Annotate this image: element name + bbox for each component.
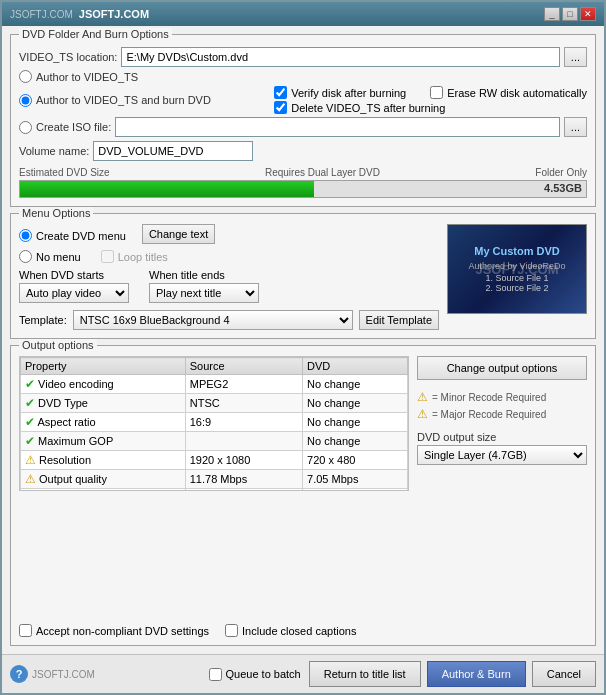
menu-options-content: Create DVD menu Change text No menu Loop… bbox=[19, 224, 587, 330]
legend-minor: ⚠ = Minor Recode Required bbox=[417, 390, 587, 404]
preview-items: 1. Source File 1 2. Source File 2 bbox=[485, 273, 548, 293]
row-property: ✔ Aspect ratio bbox=[21, 413, 186, 432]
progress-text: 4.53GB bbox=[544, 182, 582, 194]
accept-checkbox[interactable] bbox=[19, 624, 32, 637]
no-menu-label: No menu bbox=[36, 251, 81, 263]
return-button[interactable]: Return to title list bbox=[309, 661, 421, 687]
output-section: Property Source DVD ✔ Video encoding MPE… bbox=[19, 356, 587, 618]
row-icon: ⚠ bbox=[25, 472, 36, 486]
table-row: ✔ Aspect ratio 16:9 No change bbox=[21, 413, 408, 432]
legend-major-text: = Major Recode Required bbox=[432, 409, 546, 420]
row-icon: ⚠ bbox=[25, 453, 36, 467]
iso-input[interactable] bbox=[115, 117, 560, 137]
col-source: Source bbox=[185, 358, 302, 375]
row-source bbox=[185, 432, 302, 451]
iso-browse-button[interactable]: ... bbox=[564, 117, 587, 137]
table-row: ✔ DVD Type NTSC No change bbox=[21, 394, 408, 413]
erase-label: Erase RW disk automatically bbox=[447, 87, 587, 99]
loop-titles-checkbox[interactable] bbox=[101, 250, 114, 263]
location-label: VIDEO_TS location: bbox=[19, 51, 117, 63]
queue-checkbox[interactable] bbox=[209, 668, 222, 681]
author-burn-button[interactable]: Author & Burn bbox=[427, 661, 526, 687]
create-menu-label: Create DVD menu bbox=[36, 230, 126, 242]
erase-checkbox[interactable] bbox=[430, 86, 443, 99]
no-menu-radio[interactable] bbox=[19, 250, 32, 263]
template-label: Template: bbox=[19, 314, 67, 326]
author-only-radio[interactable] bbox=[19, 70, 32, 83]
author-burn-row: Author to VIDEO_TS and burn DVD Verify d… bbox=[19, 86, 587, 114]
output-right: Change output options ⚠ = Minor Recode R… bbox=[417, 356, 587, 618]
title-bar-left: JSOFTJ.COM JSOFTJ.COM bbox=[10, 8, 149, 20]
footer: ? JSOFTJ.COM Queue to batch Return to ti… bbox=[2, 654, 604, 693]
dvd-size-select[interactable]: Single Layer (4.7GB) bbox=[417, 445, 587, 465]
close-button[interactable]: ✕ bbox=[580, 7, 596, 21]
location-browse-button[interactable]: ... bbox=[564, 47, 587, 67]
output-table: Property Source DVD ✔ Video encoding MPE… bbox=[20, 357, 408, 491]
table-row: ✔ Frame rate 29.97 fps No change bbox=[21, 489, 408, 492]
iso-row: Create ISO file: ... bbox=[19, 117, 587, 137]
loop-titles-label: Loop titles bbox=[118, 251, 168, 263]
verify-row: Verify disk after burning Erase RW disk … bbox=[274, 86, 587, 99]
when-dvd-select[interactable]: Auto play video bbox=[19, 283, 129, 303]
cancel-button[interactable]: Cancel bbox=[532, 661, 596, 687]
when-dvd-group: When DVD starts Auto play video bbox=[19, 269, 129, 303]
window-title: JSOFTJ.COM bbox=[79, 8, 149, 20]
output-options-title: Output options bbox=[19, 339, 97, 351]
footer-buttons: Return to title list Author & Burn Cance… bbox=[309, 661, 596, 687]
title-bar: JSOFTJ.COM JSOFTJ.COM _ □ ✕ bbox=[2, 2, 604, 26]
volume-input[interactable] bbox=[93, 141, 253, 161]
edit-template-button[interactable]: Edit Template bbox=[359, 310, 439, 330]
legend-major: ⚠ = Major Recode Required bbox=[417, 407, 587, 421]
verify-label: Verify disk after burning bbox=[291, 87, 406, 99]
verify-checkbox[interactable] bbox=[274, 86, 287, 99]
dvd-size-label: DVD output size bbox=[417, 431, 587, 443]
help-icon[interactable]: ? bbox=[10, 665, 28, 683]
change-text-button[interactable]: Change text bbox=[142, 224, 215, 244]
when-title-select[interactable]: Play next title bbox=[149, 283, 259, 303]
window-controls: _ □ ✕ bbox=[544, 7, 596, 21]
row-property: ✔ Maximum GOP bbox=[21, 432, 186, 451]
row-source: 1920 x 1080 bbox=[185, 451, 302, 470]
main-window: JSOFTJ.COM JSOFTJ.COM _ □ ✕ DVD Folder A… bbox=[0, 0, 606, 695]
row-dvd: No change bbox=[303, 375, 408, 394]
create-menu-radio[interactable] bbox=[19, 229, 32, 242]
template-select[interactable]: NTSC 16x9 BlueBackground 4 bbox=[73, 310, 353, 330]
row-source: 16:9 bbox=[185, 413, 302, 432]
dvd-options-title: DVD Folder And Burn Options bbox=[19, 28, 172, 40]
no-menu-row: No menu Loop titles bbox=[19, 250, 439, 263]
table-row: ✔ Video encoding MPEG2 No change bbox=[21, 375, 408, 394]
row-property: ✔ Video encoding bbox=[21, 375, 186, 394]
output-table-wrap: Property Source DVD ✔ Video encoding MPE… bbox=[19, 356, 409, 618]
progress-fill bbox=[20, 181, 314, 197]
captions-checkbox[interactable] bbox=[225, 624, 238, 637]
row-dvd: No change bbox=[303, 413, 408, 432]
table-row: ⚠ Output quality 11.78 Mbps 7.05 Mbps bbox=[21, 470, 408, 489]
col-dvd: DVD bbox=[303, 358, 408, 375]
dvd-size-section: DVD output size Single Layer (4.7GB) bbox=[417, 431, 587, 465]
location-input[interactable] bbox=[121, 47, 559, 67]
row-dvd: No change bbox=[303, 394, 408, 413]
menu-options-title: Menu Options bbox=[19, 207, 93, 219]
progress-label-1: Estimated DVD Size bbox=[19, 167, 110, 178]
preview-item-2: 2. Source File 2 bbox=[485, 283, 548, 293]
minimize-button[interactable]: _ bbox=[544, 7, 560, 21]
footer-left: ? JSOFTJ.COM bbox=[10, 665, 201, 683]
when-title-group: When title ends Play next title bbox=[149, 269, 259, 303]
row-icon: ✔ bbox=[25, 377, 35, 391]
footer-watermark: JSOFTJ.COM bbox=[32, 669, 95, 680]
progress-label-2: Requires Dual Layer DVD bbox=[265, 167, 380, 178]
preview-title: My Custom DVD bbox=[474, 245, 560, 257]
delete-checkbox[interactable] bbox=[274, 101, 287, 114]
title-watermark-left: JSOFTJ.COM bbox=[10, 9, 73, 20]
output-table-scroll[interactable]: Property Source DVD ✔ Video encoding MPE… bbox=[19, 356, 409, 491]
row-source: MPEG2 bbox=[185, 375, 302, 394]
author-burn-radio[interactable] bbox=[19, 94, 32, 107]
maximize-button[interactable]: □ bbox=[562, 7, 578, 21]
row-property: ✔ Frame rate bbox=[21, 489, 186, 492]
accept-row: Accept non-compliant DVD settings bbox=[19, 624, 209, 637]
iso-radio[interactable] bbox=[19, 121, 32, 134]
author-only-row: Author to VIDEO_TS bbox=[19, 70, 587, 83]
legend-minor-text: = Minor Recode Required bbox=[432, 392, 546, 403]
change-output-button[interactable]: Change output options bbox=[417, 356, 587, 380]
captions-label: Include closed captions bbox=[242, 625, 356, 637]
